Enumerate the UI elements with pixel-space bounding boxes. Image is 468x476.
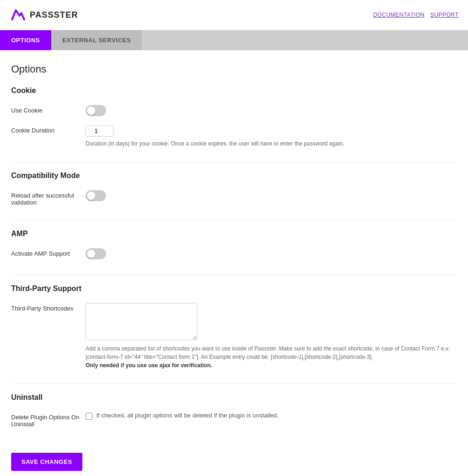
field-row-use-cookie: Use Cookie [11,105,457,118]
page-title: Options [11,63,457,75]
label-cookie-duration: Cookie Duration [11,125,86,134]
section-uninstall-title: Uninstall [11,393,457,403]
help-cookie-duration: Duration (in days) for your cookie. Once… [86,139,457,148]
toggle-reload[interactable] [86,190,106,201]
input-cookie-duration[interactable] [86,125,114,137]
label-shortcodes: Third-Party Shortcodes [11,303,86,312]
field-row-reload: Reload after successful validation [11,190,457,206]
section-amp-title: AMP [11,230,457,240]
section-cookie: Cookie Use Cookie Cookie Duration Durati… [11,86,457,148]
logo-text: PASSSTER [30,10,78,20]
section-compatibility: Compatibility Mode Reload after successf… [11,172,457,206]
header-links: DOCUMENTATION SUPPORT [373,12,459,18]
tabs-bar: OPTIONS EXTERNAL SERVICES [0,30,468,50]
field-row-cookie-duration: Cookie Duration Duration (in days) for y… [11,125,457,148]
logo-icon [9,7,26,23]
control-use-cookie [86,105,457,118]
field-row-delete-options: Delete Plugin Options On Uninstall If ch… [11,412,457,428]
main-content: Options Cookie Use Cookie Cookie Duratio… [0,50,468,476]
help-shortcodes-bold: Only needed if you use use ajax for veri… [86,362,212,369]
toggle-amp[interactable] [86,248,106,259]
toggle-slider-use-cookie [86,105,106,116]
control-reload [86,190,457,203]
toggle-use-cookie[interactable] [86,105,106,116]
label-amp: Activate AMP Support [11,248,86,257]
control-delete-options: If checked, all plugin options will be d… [86,412,457,420]
control-shortcodes: Add a comma separated list of shortcodes… [86,303,457,370]
section-uninstall: Uninstall Delete Plugin Options On Unins… [11,393,457,428]
section-compatibility-title: Compatibility Mode [11,172,457,182]
tab-options[interactable]: OPTIONS [0,30,51,50]
label-reload: Reload after successful validation [11,190,86,206]
help-shortcodes-text: Add a comma separated list of shortcodes… [86,345,450,360]
textarea-shortcodes[interactable] [86,303,197,340]
header: PASSSTER DOCUMENTATION SUPPORT [0,0,468,30]
field-row-amp: Activate AMP Support [11,248,457,261]
section-third-party: Third-Party Support Third-Party Shortcod… [11,284,457,370]
help-shortcodes: Add a comma separated list of shortcodes… [86,344,457,370]
section-third-party-title: Third-Party Support [11,284,457,295]
toggle-slider-amp [86,248,106,259]
divider-2 [11,220,457,220]
checkbox-delete-options[interactable] [86,413,93,420]
logo-area: PASSSTER [9,7,78,23]
field-row-shortcodes: Third-Party Shortcodes Add a comma separ… [11,303,457,370]
control-cookie-duration: Duration (in days) for your cookie. Once… [86,125,457,148]
support-link[interactable]: SUPPORT [430,12,459,18]
save-changes-button[interactable]: SAVE CHANGES [11,453,82,471]
divider-4 [11,383,457,384]
divider-3 [11,275,457,275]
toggle-slider-reload [86,190,106,201]
documentation-link[interactable]: DOCUMENTATION [373,12,425,18]
checkbox-row-delete: If checked, all plugin options will be d… [86,412,457,420]
label-delete-options: Delete Plugin Options On Uninstall [11,412,86,428]
divider-1 [11,162,457,162]
label-use-cookie: Use Cookie [11,105,86,114]
section-cookie-title: Cookie [11,86,457,97]
section-amp: AMP Activate AMP Support [11,230,457,261]
control-amp [86,248,457,261]
checkbox-delete-label: If checked, all plugin options will be d… [96,412,279,419]
tab-external-services[interactable]: EXTERNAL SERVICES [51,30,142,50]
